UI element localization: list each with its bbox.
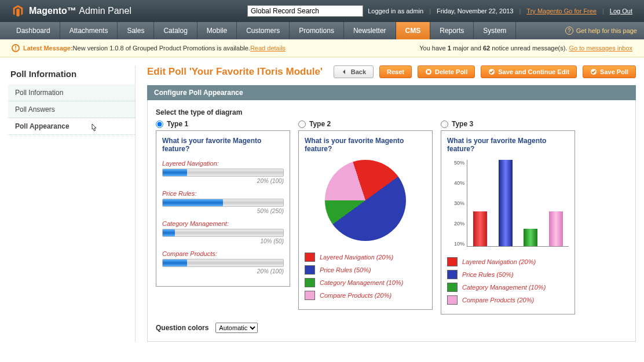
nav-catalog[interactable]: Catalog bbox=[154, 22, 197, 39]
legend-item: Price Rules (50%) bbox=[447, 270, 569, 279]
logout-link[interactable]: Log Out bbox=[610, 8, 632, 14]
delete-poll-button[interactable]: Delete Poll bbox=[418, 65, 475, 78]
type3-question: What is your favorite Magento feature? bbox=[447, 137, 569, 153]
bar-item: Compare Products: 20% (100) bbox=[162, 250, 284, 275]
save-poll-button[interactable]: Save Poll bbox=[583, 65, 636, 78]
legend-swatch-green bbox=[447, 283, 458, 292]
y-tick: 30% bbox=[449, 200, 464, 206]
global-search-input[interactable] bbox=[247, 5, 363, 17]
type2-question: What is your favorite Magento feature? bbox=[305, 137, 426, 153]
legend-swatch-pink bbox=[447, 295, 458, 305]
sidebar-title: Poll Information bbox=[8, 65, 135, 85]
magento-logo-icon bbox=[12, 5, 24, 17]
vbar-red bbox=[473, 211, 487, 246]
bar-item: Price Rules: 50% (250) bbox=[162, 190, 284, 214]
section-body: Select the type of diagram Type 1 What i… bbox=[147, 100, 636, 342]
y-tick: 20% bbox=[449, 221, 464, 226]
bar-track[interactable] bbox=[162, 169, 284, 177]
legend-text: Compare Products (20%) bbox=[462, 297, 534, 304]
bar-track[interactable] bbox=[162, 259, 284, 267]
question-colors-row: Question colors Automatic bbox=[156, 323, 627, 333]
y-axis: 50% 40% 30% 20% 10% bbox=[449, 160, 467, 247]
help-link[interactable]: ? Get help for this page bbox=[565, 22, 637, 39]
latest-message-text: New version 1.0.8 of Grouped Product Pro… bbox=[73, 45, 250, 52]
top-header: Magento™ Admin Panel Logged in as admin … bbox=[0, 0, 644, 22]
bar-track[interactable] bbox=[162, 199, 284, 207]
unread-summary: You have 1 major and 62 notice unread me… bbox=[419, 45, 632, 52]
legend-swatch-pink bbox=[305, 291, 315, 300]
legend-item: Category Management (10%) bbox=[447, 283, 569, 292]
legend-swatch-blue bbox=[305, 265, 315, 275]
bar-track[interactable] bbox=[162, 229, 284, 237]
bar-value: 20% (100) bbox=[162, 268, 284, 275]
main-nav: Dashboard Attachments Sales Catalog Mobi… bbox=[0, 22, 644, 39]
sidebar-item-poll-information[interactable]: Poll Information bbox=[8, 85, 135, 101]
legend-text: Price Rules (50%) bbox=[320, 266, 371, 273]
legend-swatch-blue bbox=[447, 270, 458, 279]
nav-promotions[interactable]: Promotions bbox=[290, 22, 344, 39]
try-magento-link[interactable]: Try Magento Go for Free bbox=[526, 8, 597, 14]
type2-label: Type 2 bbox=[309, 120, 331, 128]
nav-dashboard[interactable]: Dashboard bbox=[7, 22, 60, 39]
page-title: Edit Poll 'Your Favorite IToris Module' bbox=[147, 66, 328, 78]
type1-preview: What is your favorite Magento feature? L… bbox=[156, 130, 290, 287]
type1-label: Type 1 bbox=[167, 120, 188, 128]
save-continue-button[interactable]: Save and Continue Edit bbox=[481, 65, 577, 78]
reset-button[interactable]: Reset bbox=[379, 65, 412, 78]
question-colors-select[interactable]: Automatic bbox=[215, 323, 258, 333]
back-arrow-icon bbox=[341, 68, 348, 75]
sidebar-item-poll-answers[interactable]: Poll Answers bbox=[8, 101, 135, 118]
type1-question: What is your favorite Magento feature? bbox=[162, 137, 284, 153]
read-details-link[interactable]: Read details bbox=[250, 45, 286, 52]
notice-bar: ! Latest Message: New version 1.0.8 of G… bbox=[0, 39, 644, 57]
nav-cms[interactable]: CMS bbox=[396, 22, 431, 39]
sidebar: Poll Information Poll Information Poll A… bbox=[8, 65, 136, 342]
legend-text: Category Management (10%) bbox=[320, 279, 403, 286]
bar-item: Category Management: 10% (50) bbox=[162, 220, 284, 244]
check-icon bbox=[590, 68, 597, 75]
sidebar-item-poll-appearance[interactable]: Poll Appearance bbox=[8, 118, 135, 135]
alert-icon: ! bbox=[12, 44, 20, 52]
back-button[interactable]: Back bbox=[334, 65, 374, 78]
type3-column: Type 3 What is your favorite Magento fea… bbox=[441, 120, 575, 315]
logged-in-text: Logged in as admin bbox=[368, 8, 423, 14]
type3-label: Type 3 bbox=[452, 120, 473, 128]
nav-reports[interactable]: Reports bbox=[430, 22, 474, 39]
latest-message-label: Latest Message: bbox=[23, 45, 73, 52]
bar-label: Price Rules: bbox=[162, 190, 284, 197]
nav-sales[interactable]: Sales bbox=[118, 22, 154, 39]
y-tick: 50% bbox=[449, 160, 464, 166]
nav-system[interactable]: System bbox=[474, 22, 516, 39]
nav-customers[interactable]: Customers bbox=[237, 22, 290, 39]
y-tick: 10% bbox=[449, 241, 464, 247]
nav-attachments[interactable]: Attachments bbox=[60, 22, 118, 39]
legend-swatch-red bbox=[447, 257, 458, 266]
nav-newsletter[interactable]: Newsletter bbox=[344, 22, 396, 39]
logo: Magento™ Admin Panel bbox=[12, 5, 131, 17]
legend-text: Category Management (10%) bbox=[462, 284, 546, 291]
type1-column: Type 1 What is your favorite Magento fea… bbox=[156, 120, 290, 315]
messages-inbox-link[interactable]: Go to messages inbox bbox=[569, 45, 632, 52]
bar-label: Category Management: bbox=[162, 220, 284, 227]
type3-radio[interactable] bbox=[441, 120, 448, 128]
content: Edit Poll 'Your Favorite IToris Module' … bbox=[147, 65, 636, 342]
legend-item: Compare Products (20%) bbox=[447, 295, 569, 305]
vbar-pink bbox=[549, 211, 563, 246]
check-icon bbox=[488, 68, 495, 75]
page-header: Edit Poll 'Your Favorite IToris Module' … bbox=[147, 65, 636, 78]
legend-swatch-red bbox=[305, 253, 315, 262]
bar-value: 10% (50) bbox=[162, 238, 284, 244]
section-header: Configure Poll Appearance bbox=[147, 85, 636, 100]
vbar-blue bbox=[499, 160, 513, 246]
nav-mobile[interactable]: Mobile bbox=[197, 22, 237, 39]
bar-item: Layered Navigation: 20% (100) bbox=[162, 160, 284, 184]
bar-value: 20% (100) bbox=[162, 178, 284, 184]
delete-icon bbox=[425, 68, 432, 75]
legend-item: Price Rules (50%) bbox=[305, 265, 426, 275]
select-diagram-label: Select the type of diagram bbox=[156, 108, 627, 116]
bar-value: 50% (250) bbox=[162, 208, 284, 214]
vbar-green bbox=[524, 229, 537, 246]
type2-radio[interactable] bbox=[298, 120, 306, 128]
legend-item: Category Management (10%) bbox=[305, 278, 426, 287]
type1-radio[interactable] bbox=[156, 120, 163, 128]
